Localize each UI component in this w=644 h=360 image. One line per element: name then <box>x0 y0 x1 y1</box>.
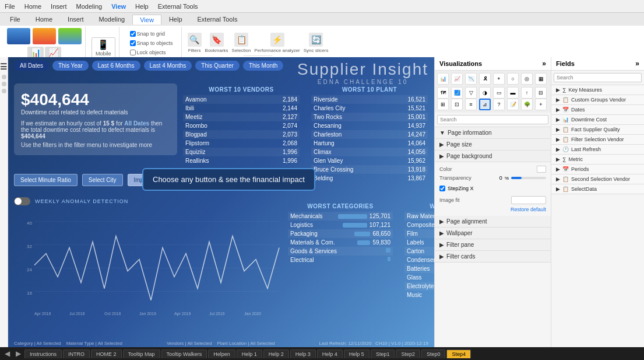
tab-help2[interactable]: Help 2 <box>263 349 289 358</box>
field-group-header-dates[interactable]: ▶ 📅 Dates <box>551 105 644 114</box>
menu-view[interactable]: View <box>111 3 126 10</box>
menu-external-tools[interactable]: External Tools <box>158 3 198 10</box>
performance-btn[interactable]: ⚡ Performance analyzer <box>255 33 300 53</box>
tab-tooltip-map[interactable]: Tooltip Map <box>123 349 160 358</box>
ribbon-tab-external-tools[interactable]: External Tools <box>190 14 245 25</box>
visualizations-expand-icon[interactable]: » <box>542 60 546 68</box>
field-group-header-filter-selection[interactable]: ▶ 📋 Filter Selection Vendor <box>551 135 644 144</box>
filter-last-6-months[interactable]: Last 6 Months <box>92 61 140 71</box>
theme-icon-2[interactable] <box>33 28 56 44</box>
ribbon-tab-help[interactable]: Help <box>161 14 190 25</box>
snap-z-checkbox[interactable] <box>439 186 445 191</box>
tab-help5[interactable]: Help 5 <box>344 349 369 358</box>
viz-area[interactable]: 📉 <box>465 73 477 85</box>
page-info-section[interactable]: ▼ Page information <box>435 127 551 139</box>
field-group-header-key-measures[interactable]: ▶ ∑ Key Measures <box>551 85 644 95</box>
viz-kpi[interactable]: ↑ <box>521 87 533 99</box>
tab-next[interactable]: ▶ <box>13 349 23 358</box>
viz-slicer[interactable]: ⊟ <box>535 87 547 99</box>
theme-icon-1[interactable] <box>7 28 30 44</box>
tab-step4[interactable]: Step4 <box>446 349 471 358</box>
field-group-header-select-data[interactable]: ▶ 📋 SelectData <box>551 184 644 194</box>
viz-line[interactable]: 📈 <box>451 73 463 85</box>
tab-help1[interactable]: Help 1 <box>237 349 262 358</box>
theme-icon-5[interactable]: 📈 <box>45 47 61 58</box>
tab-prev[interactable]: ◀ <box>2 349 12 358</box>
tab-step0[interactable]: Step0 <box>421 349 446 358</box>
restore-default-link[interactable]: Restore default <box>511 207 546 212</box>
viz-qna[interactable]: ? <box>493 99 505 110</box>
sync-slicers-btn[interactable]: 🔄 Sync slicers <box>304 33 329 53</box>
tab-intro[interactable]: INTRO <box>63 349 90 358</box>
color-picker[interactable] <box>537 166 546 173</box>
fields-search-input[interactable] <box>554 73 642 82</box>
tab-help4[interactable]: Help 4 <box>317 349 343 358</box>
viz-scatter[interactable]: ⚬ <box>493 73 505 85</box>
field-group-header-custom-groups[interactable]: ▶ 📋 Custom Groups Vendor <box>551 95 644 104</box>
tab-instructions[interactable]: Instructions <box>24 349 62 358</box>
viz-search-input[interactable] <box>437 115 548 124</box>
menu-help[interactable]: Help <box>135 3 149 10</box>
viz-filled-map[interactable]: 🗾 <box>451 87 463 99</box>
viz-multi-card[interactable]: ▬ <box>507 87 519 99</box>
viz-donut[interactable]: ◎ <box>521 73 533 85</box>
theme-icon-4[interactable]: 📊 <box>27 47 44 58</box>
field-group-header-periods[interactable]: ▶ 📅 Periods <box>551 165 644 174</box>
viz-gauge[interactable]: ◑ <box>479 87 491 99</box>
filter-last-4-months[interactable]: Last 4 Months <box>144 61 192 71</box>
page-bg-section[interactable]: ▶ Page background <box>435 151 551 162</box>
snap-grid-cb[interactable]: Snap to grid <box>130 31 166 37</box>
tab-step1[interactable]: Step1 <box>371 349 395 358</box>
transparency-slider[interactable] <box>511 177 546 179</box>
filter-this-quarter[interactable]: This Quarter <box>195 61 240 71</box>
bookmarks-btn[interactable]: 🔖 Bookmarks <box>205 33 228 53</box>
menu-modeling[interactable]: Modeling <box>76 3 103 10</box>
snap-objects-cb[interactable]: Snap to objects <box>130 40 173 46</box>
page-alignment-section[interactable]: ▶ Page alignment <box>435 216 551 228</box>
lock-objects-cb[interactable]: Lock objects <box>130 50 166 55</box>
viz-custom[interactable]: + <box>535 99 547 110</box>
viz-card[interactable]: ▭ <box>493 87 505 99</box>
viz-pie[interactable]: ○ <box>507 73 519 85</box>
field-group-header-second-selection[interactable]: ▶ 📋 Second Selection Vendor <box>551 174 644 184</box>
select-minute-ratio-btn[interactable]: Select Minute Ratio <box>14 174 78 186</box>
page-size-section[interactable]: ▶ Page size <box>435 139 551 151</box>
filter-this-month[interactable]: This Month <box>243 61 283 71</box>
menu-file[interactable]: File <box>5 3 15 10</box>
field-group-header-metric[interactable]: ▶ ∑ Metric <box>551 155 644 164</box>
ribbon-tab-file[interactable]: File <box>2 14 28 25</box>
tab-help3[interactable]: Help 3 <box>290 349 316 358</box>
menu-home[interactable]: Home <box>24 3 41 10</box>
toggle-switch[interactable] <box>14 197 30 205</box>
filter-this-year[interactable]: This Year <box>52 61 89 71</box>
selection-btn[interactable]: 📋 Selection <box>232 33 251 53</box>
field-group-header-downtime[interactable]: ▶ 📊 Downtime Cost <box>551 115 644 124</box>
viz-matrix[interactable]: ⊡ <box>451 99 463 110</box>
filters-btn[interactable]: 🔍 Filters <box>188 33 202 53</box>
viz-stacked-bar[interactable]: 📊 <box>437 73 449 85</box>
filter-pane-section[interactable]: ▶ Filter pane <box>435 239 551 251</box>
fields-expand-icon[interactable]: » <box>635 60 639 68</box>
field-group-header-fact-supplier[interactable]: ▶ 📋 Fact Supplier Quality <box>551 125 644 134</box>
filter-cards-section[interactable]: ▶ Filter cards <box>435 251 551 263</box>
filter-all-dates[interactable]: All Dates <box>14 61 49 71</box>
hamburger-icon[interactable]: ☰ <box>0 62 8 71</box>
viz-decomp[interactable]: 🌳 <box>521 99 533 110</box>
ribbon-tab-home[interactable]: Home <box>28 14 60 25</box>
viz-treemap[interactable]: ▦ <box>535 73 547 85</box>
ribbon-tab-view[interactable]: View <box>132 15 161 25</box>
wallpaper-section[interactable]: ▶ Wallpaper <box>435 228 551 239</box>
ribbon-tab-modeling[interactable]: Modeling <box>92 14 133 25</box>
select-city-btn[interactable]: Select City <box>82 174 123 186</box>
theme-icon-3[interactable] <box>58 28 82 44</box>
mobile-layout-btn[interactable]: 📱 Mobile <box>92 37 115 58</box>
viz-smart-narr[interactable]: 📝 <box>507 99 519 110</box>
tab-helpen[interactable]: Helpen <box>208 349 235 358</box>
viz-funnel[interactable]: ▽ <box>465 87 477 99</box>
viz-table[interactable]: ⊞ <box>437 99 449 110</box>
tab-step2[interactable]: Step2 <box>396 349 420 358</box>
ribbon-tab-insert[interactable]: Insert <box>60 14 92 25</box>
viz-filter-active[interactable]: ⊿ <box>479 99 491 110</box>
image-fit-input[interactable] <box>511 196 546 204</box>
menu-insert[interactable]: Insert <box>51 3 67 10</box>
